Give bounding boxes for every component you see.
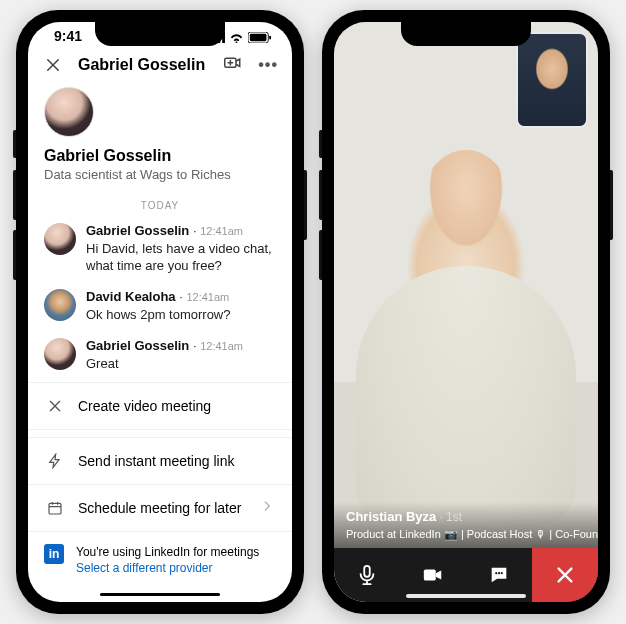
participant-subtitle: Product at LinkedIn 📷 | Podcast Host 🎙 |… [346, 528, 598, 540]
more-icon[interactable]: ••• [258, 56, 278, 74]
message-row[interactable]: Gabriel Gosselin · 12:41am Great [28, 334, 292, 383]
message-author: Gabriel Gosselin [86, 338, 189, 353]
provider-text: You're using LinkedIn for meetings [76, 544, 259, 561]
screen-messaging: 9:41 Gabriel Gosselin ••• [28, 22, 292, 602]
message-row[interactable]: Gabriel Gosselin · 12:41am Hi David, let… [28, 219, 292, 285]
profile-name: Gabriel Gosselin [44, 147, 276, 165]
calendar-icon [46, 499, 64, 517]
svg-rect-9 [424, 570, 436, 581]
home-indicator[interactable] [406, 594, 526, 598]
linkedin-icon: in [44, 544, 64, 564]
profile-subtitle: Data scientist at Wags to Riches [44, 167, 276, 182]
message-author: David Kealoha [86, 289, 176, 304]
close-icon [46, 397, 64, 415]
message-time: 12:41am [200, 225, 243, 237]
svg-rect-5 [250, 33, 267, 40]
message-time: 12:41am [200, 340, 243, 352]
message-time: 12:41am [186, 291, 229, 303]
nav-title: Gabriel Gosselin [78, 56, 208, 74]
message-text: Great [86, 355, 276, 373]
phone-frame-left: 9:41 Gabriel Gosselin ••• [16, 10, 304, 614]
message-text: Hi David, lets have a video chat, what t… [86, 240, 276, 275]
profile-block: Gabriel Gosselin Data scientist at Wags … [28, 81, 292, 192]
chevron-right-icon [260, 499, 274, 516]
lightning-icon [46, 452, 64, 470]
participant-name: Christian Byza [346, 509, 436, 524]
new-video-icon[interactable] [222, 54, 244, 76]
notch [401, 22, 531, 46]
message-author: Gabriel Gosselin [86, 223, 189, 238]
screen-video-call: Christian Byza · 1st Product at LinkedIn… [334, 22, 598, 602]
message-row[interactable]: David Kealoha · 12:41am Ok hows 2pm tomo… [28, 285, 292, 334]
video-self-preview[interactable] [516, 32, 588, 128]
avatar [44, 289, 76, 321]
end-call-button[interactable] [532, 548, 598, 602]
avatar[interactable] [44, 87, 94, 137]
nav-bar: Gabriel Gosselin ••• [28, 49, 292, 81]
wifi-icon [229, 30, 244, 41]
svg-point-11 [498, 572, 500, 574]
battery-icon [248, 30, 272, 42]
svg-point-10 [495, 572, 497, 574]
send-instant-link-button[interactable]: Send instant meeting link [28, 437, 292, 484]
participant-degree: · 1st [439, 510, 462, 524]
option-label: Send instant meeting link [78, 453, 234, 469]
avatar [44, 338, 76, 370]
mute-button[interactable] [334, 548, 400, 602]
avatar [44, 223, 76, 255]
message-text: Ok hows 2pm tomorrow? [86, 306, 276, 324]
option-label: Create video meeting [78, 398, 211, 414]
select-provider-link[interactable]: Select a different provider [76, 560, 259, 577]
status-time: 9:41 [54, 28, 82, 44]
meeting-provider-row: in You're using LinkedIn for meetings Se… [28, 531, 292, 590]
home-indicator[interactable] [100, 593, 220, 596]
notch [95, 22, 225, 46]
create-video-meeting-button[interactable]: Create video meeting [28, 382, 292, 429]
schedule-meeting-button[interactable]: Schedule meeting for later [28, 484, 292, 531]
date-divider: TODAY [28, 192, 292, 219]
option-label: Schedule meeting for later [78, 500, 241, 516]
participant-caption: Christian Byza · 1st Product at LinkedIn… [334, 502, 598, 548]
svg-rect-8 [49, 503, 61, 514]
svg-rect-6 [269, 35, 271, 39]
svg-point-12 [501, 572, 503, 574]
close-icon[interactable] [42, 54, 64, 76]
phone-frame-right: Christian Byza · 1st Product at LinkedIn… [322, 10, 610, 614]
